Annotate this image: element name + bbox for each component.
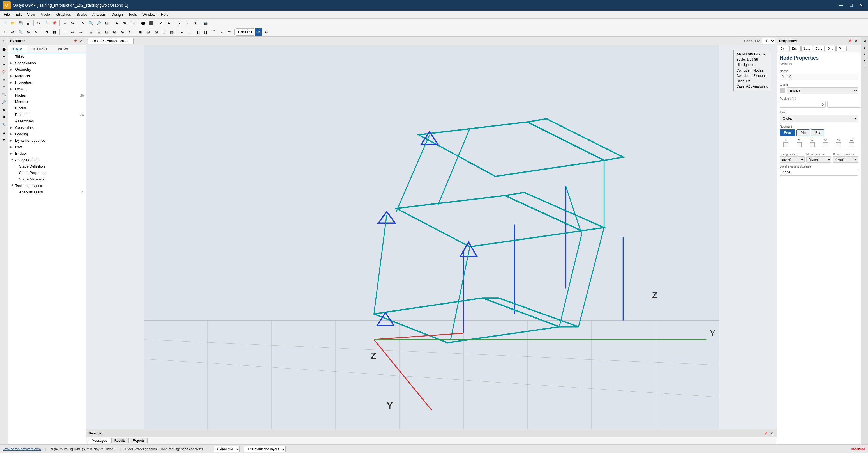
restraint-fix[interactable]: Fix xyxy=(811,130,824,136)
tab-output[interactable]: OUTPUT xyxy=(28,45,53,53)
tb2-settings[interactable]: ⚙ xyxy=(263,28,270,36)
results-pin[interactable]: 📌 xyxy=(763,431,768,436)
tb-cm[interactable]: cm xyxy=(121,19,128,27)
tab-views[interactable]: VIEWS xyxy=(53,45,74,53)
left-icon-zoom2[interactable]: 🔎 xyxy=(1,98,7,105)
tb-paste[interactable]: 📌 xyxy=(51,19,58,27)
tb2-display4[interactable]: ⊡ xyxy=(160,28,168,36)
cb-x[interactable] xyxy=(783,142,788,147)
menu-model[interactable]: Model xyxy=(38,11,53,18)
menu-analysis[interactable]: Analysis xyxy=(89,11,108,18)
status-link[interactable]: www.oasys-software.com xyxy=(3,447,41,451)
position-y[interactable] xyxy=(827,101,861,108)
results-close[interactable]: ✕ xyxy=(769,431,774,436)
tree-stage-properties[interactable]: Stage Properties xyxy=(8,170,86,176)
tb2-display3[interactable]: ⊠ xyxy=(153,28,160,36)
menu-tools[interactable]: Tools xyxy=(126,11,140,18)
results-tab-results[interactable]: Results xyxy=(111,438,129,444)
tb-redo[interactable]: ↪ xyxy=(69,19,76,27)
cb-yy[interactable] xyxy=(836,142,841,147)
tb2-arrow[interactable]: → xyxy=(77,28,84,36)
menu-graphics[interactable]: Graphics xyxy=(54,11,74,18)
tb2-snap2[interactable]: ⊠ xyxy=(111,28,118,36)
menu-window[interactable]: Window xyxy=(140,11,158,18)
tb-new[interactable]: 📄 xyxy=(1,19,8,27)
props-tb-en[interactable]: En... xyxy=(789,46,801,51)
damper-select[interactable]: (none) xyxy=(833,156,858,163)
tb2-section[interactable]: ⊗ xyxy=(119,28,126,36)
tb2-snap[interactable]: ⊡ xyxy=(103,28,110,36)
left-icon-star[interactable]: ✱ xyxy=(1,114,7,120)
tb-zoom-fit[interactable]: ⊡ xyxy=(103,19,110,27)
tree-assemblies[interactable]: Assemblies xyxy=(8,118,86,124)
props-tb-la[interactable]: La... xyxy=(801,46,812,51)
tree-blocks[interactable]: Blocks xyxy=(8,105,86,111)
tree-dynamic-response[interactable]: ▶ Dynamic response xyxy=(8,137,86,144)
viewport-tab-cases[interactable]: Cases 2 - Analysis case 2 xyxy=(88,38,134,44)
tree-tasks-and-cases[interactable]: ▼ Tasks and cases xyxy=(8,182,86,189)
tb-save[interactable]: 💾 xyxy=(17,19,24,27)
tb-run[interactable]: ▶ xyxy=(165,19,173,27)
results-tab-reports[interactable]: Reports xyxy=(130,438,148,444)
left-icon-house[interactable]: 🏠 xyxy=(1,68,7,75)
tb2-move3[interactable]: ↔ xyxy=(179,28,186,36)
cb-xx[interactable] xyxy=(823,142,828,147)
tb2-move4[interactable]: ↕ xyxy=(186,28,194,36)
left-icon-zoom[interactable]: 🔍 xyxy=(1,91,7,98)
right-tab-2[interactable]: ▶ xyxy=(862,45,868,51)
tree-members[interactable]: Members xyxy=(8,98,86,105)
tb2-display2[interactable]: ⊟ xyxy=(145,28,152,36)
restraint-pin[interactable]: Pin xyxy=(796,130,810,136)
tree-raft[interactable]: ▶ Raft xyxy=(8,144,86,150)
left-icon-element[interactable]: ━ xyxy=(1,53,7,60)
status-layout-select[interactable]: 1 : Default grid layout xyxy=(244,446,286,452)
tb2-display5[interactable]: ▦ xyxy=(168,28,176,36)
position-x[interactable] xyxy=(780,101,826,108)
tree-loading[interactable]: ▶ Loading xyxy=(8,131,86,137)
tree-stage-definition[interactable]: Stage Definition xyxy=(8,163,86,170)
tab-data[interactable]: DATA xyxy=(8,45,28,53)
minimize-button[interactable]: — xyxy=(836,2,845,9)
tree-specification[interactable]: ▶ Specification xyxy=(8,60,86,66)
viewport[interactable]: ANALYSIS LAYER Scale: 1:59.89 Highlighte… xyxy=(86,45,777,429)
tb-undo[interactable]: ↩ xyxy=(61,19,68,27)
tree-titles[interactable]: Titles xyxy=(8,53,86,60)
props-tb-pr[interactable]: Pr... xyxy=(836,46,847,51)
tb2-ok[interactable]: OK xyxy=(255,28,262,36)
tb2-circle[interactable]: ⊕ xyxy=(9,28,16,36)
explorer-close[interactable]: ✕ xyxy=(79,38,84,44)
left-icon-beam[interactable]: ═ xyxy=(1,61,7,67)
tb2-cursor[interactable]: ↖ xyxy=(33,28,40,36)
tb2-bend[interactable]: ⌒ xyxy=(210,28,217,36)
explorer-pin[interactable]: 📌 xyxy=(72,38,78,44)
left-icon-triangle[interactable]: △ xyxy=(1,76,7,83)
tb-text[interactable]: A xyxy=(113,19,121,27)
tb-copy[interactable]: 📋 xyxy=(43,19,50,27)
tb2-display1[interactable]: ⊞ xyxy=(137,28,144,36)
tb-nodes[interactable]: ⬤ xyxy=(140,19,147,27)
tb2-3d[interactable]: ∰ xyxy=(51,28,58,36)
left-icon-select[interactable]: ↖ xyxy=(1,38,7,45)
maximize-button[interactable]: □ xyxy=(847,2,855,9)
props-close[interactable]: ✕ xyxy=(854,38,859,44)
tb2-axis[interactable]: ⊥ xyxy=(61,28,68,36)
left-icon-wrench[interactable]: 🔧 xyxy=(1,121,7,128)
display-mode-select[interactable]: all xyxy=(762,38,775,44)
tb-camera[interactable]: 📷 xyxy=(202,19,209,27)
tb-cut[interactable]: ✂ xyxy=(35,19,42,27)
tree-constraints[interactable]: ▶ Constraints xyxy=(8,124,86,131)
tree-analysis-tasks[interactable]: Analysis Tasks 1 xyxy=(8,189,86,195)
cb-y[interactable] xyxy=(797,142,802,147)
left-icon-node[interactable]: ⬤ xyxy=(1,46,7,52)
right-tab-4[interactable]: ⚙ xyxy=(862,58,868,64)
tb-1e3[interactable]: 1E3 xyxy=(129,19,136,27)
tree-materials[interactable]: ▶ Materials xyxy=(8,73,86,79)
tb-print[interactable]: 🖨 xyxy=(25,19,32,27)
mass-select[interactable]: (none) xyxy=(806,156,831,163)
tree-properties[interactable]: ▶ Properties xyxy=(8,79,86,86)
status-grid-select[interactable]: Global grid xyxy=(214,446,240,452)
tb2-deform[interactable]: ⊘ xyxy=(126,28,134,36)
tb2-move[interactable]: ✛ xyxy=(1,28,8,36)
restraint-free[interactable]: Free xyxy=(780,130,795,136)
menu-file[interactable]: File xyxy=(1,11,12,18)
